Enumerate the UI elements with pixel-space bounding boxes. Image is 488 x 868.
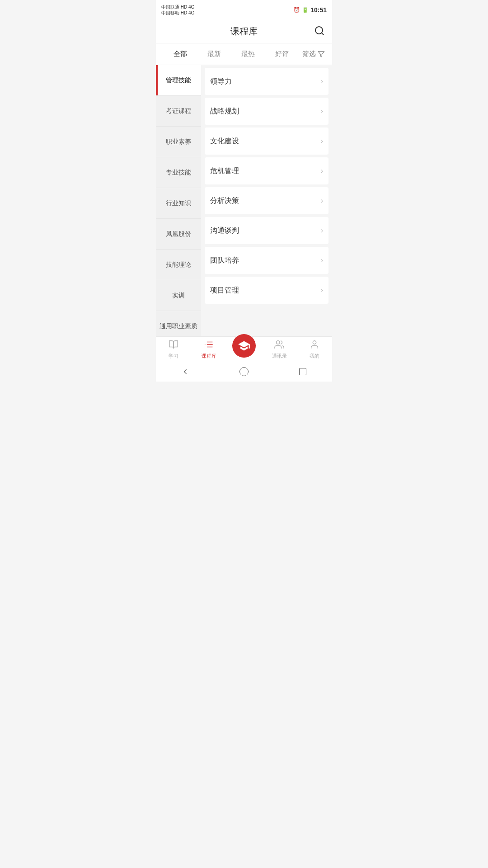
- svg-marker-2: [318, 52, 324, 57]
- nav-item-contacts[interactable]: 通讯录: [262, 340, 297, 359]
- svg-point-10: [313, 340, 316, 344]
- page-title: 课程库: [230, 25, 258, 38]
- status-time: 10:51: [310, 6, 327, 14]
- battery-icon: 🔋: [302, 7, 309, 13]
- sidebar-item-fenghuang[interactable]: 凤凰股份: [156, 219, 201, 250]
- header: 课程库: [156, 20, 332, 43]
- back-button[interactable]: [179, 365, 192, 378]
- filter-tab-rated[interactable]: 好评: [265, 50, 299, 58]
- nav-item-mine[interactable]: 我的: [297, 340, 332, 359]
- nav-label-courses: 课程库: [202, 353, 216, 359]
- left-sidebar: 管理技能 考证课程 职业素养 专业技能 行业知识 凤凰股份 技能理论 实训 通用…: [156, 65, 201, 336]
- chevron-right-icon: ›: [321, 167, 323, 175]
- recent-button[interactable]: [296, 365, 309, 378]
- nav-label-contacts: 通讯录: [272, 353, 287, 359]
- sidebar-item-theory[interactable]: 技能理论: [156, 250, 201, 280]
- nav-item-study[interactable]: 学习: [156, 340, 191, 359]
- alarm-icon: ⏰: [293, 7, 300, 13]
- system-nav: [156, 362, 332, 382]
- filter-tab-newest[interactable]: 最新: [197, 50, 231, 58]
- chevron-right-icon: ›: [321, 197, 323, 205]
- carrier-info: 中国联通 HD 4G 中国移动 HD 4G: [161, 4, 194, 16]
- home-button[interactable]: [238, 365, 250, 378]
- category-item-team[interactable]: 团队培养 ›: [205, 247, 328, 274]
- sidebar-item-management[interactable]: 管理技能: [156, 65, 201, 96]
- courses-icon: [204, 340, 214, 351]
- sidebar-item-professional[interactable]: 专业技能: [156, 157, 201, 188]
- sidebar-item-industry[interactable]: 行业知识: [156, 188, 201, 219]
- filter-tab-all[interactable]: 全部: [163, 50, 197, 58]
- category-item-analysis[interactable]: 分析决策 ›: [205, 187, 328, 214]
- search-button[interactable]: [314, 25, 325, 38]
- category-item-project[interactable]: 项目管理 ›: [205, 277, 328, 304]
- svg-point-9: [277, 340, 280, 344]
- chevron-right-icon: ›: [321, 137, 323, 145]
- book-icon: [169, 340, 178, 351]
- category-item-strategy[interactable]: 战略规划 ›: [205, 98, 328, 125]
- sidebar-item-career[interactable]: 职业素养: [156, 127, 201, 157]
- main-content: 管理技能 考证课程 职业素养 专业技能 行业知识 凤凰股份 技能理论 实训 通用…: [156, 65, 332, 336]
- filter-bar: 全部 最新 最热 好评 筛选: [156, 43, 332, 65]
- filter-tab-hottest[interactable]: 最热: [231, 50, 265, 58]
- category-item-leadership[interactable]: 领导力 ›: [205, 68, 328, 95]
- category-item-communication[interactable]: 沟通谈判 ›: [205, 217, 328, 244]
- filter-label: 筛选: [302, 50, 316, 58]
- nav-label-mine: 我的: [310, 353, 319, 359]
- filter-button[interactable]: 筛选: [302, 50, 325, 58]
- chevron-right-icon: ›: [321, 107, 323, 115]
- sidebar-item-certificate[interactable]: 考证课程: [156, 96, 201, 127]
- graduation-icon: [232, 334, 256, 358]
- nav-item-center[interactable]: [226, 338, 262, 361]
- chevron-right-icon: ›: [321, 77, 323, 85]
- sidebar-item-general[interactable]: 通用职业素质: [156, 311, 201, 336]
- nav-label-study: 学习: [169, 353, 178, 359]
- mine-icon: [310, 340, 319, 351]
- category-item-crisis[interactable]: 危机管理 ›: [205, 157, 328, 184]
- status-bar: 中国联通 HD 4G 中国移动 HD 4G ⏰ 🔋 10:51: [156, 0, 332, 20]
- right-content: 领导力 › 战略规划 › 文化建设 › 危机管理 › 分析决策 › 沟通谈判 ›…: [201, 65, 332, 336]
- contacts-icon: [274, 340, 284, 351]
- filter-icon: [318, 51, 325, 58]
- status-right: ⏰ 🔋 10:51: [293, 6, 327, 14]
- chevron-right-icon: ›: [321, 286, 323, 294]
- nav-item-courses[interactable]: 课程库: [191, 340, 226, 359]
- chevron-right-icon: ›: [321, 226, 323, 235]
- sidebar-item-training[interactable]: 实训: [156, 280, 201, 311]
- svg-line-1: [322, 33, 324, 34]
- chevron-right-icon: ›: [321, 256, 323, 264]
- bottom-nav: 学习 课程库: [156, 336, 332, 362]
- category-item-culture[interactable]: 文化建设 ›: [205, 127, 328, 155]
